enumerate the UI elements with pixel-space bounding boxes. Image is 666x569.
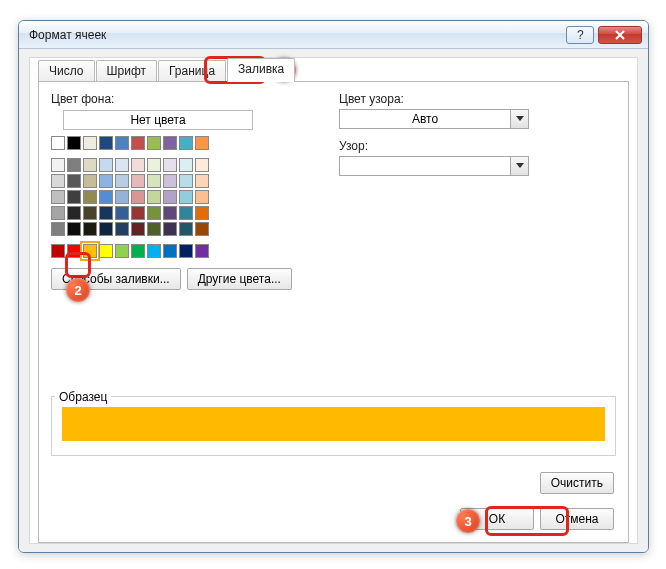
close-button[interactable] — [598, 26, 642, 44]
color-swatch[interactable] — [83, 174, 97, 188]
color-swatch[interactable] — [83, 244, 97, 258]
color-swatch[interactable] — [163, 158, 177, 172]
color-swatch[interactable] — [195, 158, 209, 172]
pattern-combo[interactable] — [339, 156, 529, 176]
pattern-color-combo[interactable]: Авто — [339, 109, 529, 129]
color-swatch[interactable] — [179, 206, 193, 220]
chevron-down-icon — [510, 157, 528, 175]
color-swatch[interactable] — [147, 136, 161, 150]
color-swatch[interactable] — [195, 136, 209, 150]
color-swatch[interactable] — [99, 222, 113, 236]
bg-color-label: Цвет фона: — [51, 92, 292, 106]
pattern-color-label: Цвет узора: — [339, 92, 609, 106]
color-swatch[interactable] — [131, 190, 145, 204]
color-swatch[interactable] — [99, 244, 113, 258]
no-color-button[interactable]: Нет цвета — [63, 110, 253, 130]
color-swatch[interactable] — [115, 244, 129, 258]
color-swatch[interactable] — [51, 244, 65, 258]
pattern-color-value: Авто — [340, 112, 510, 126]
color-swatch[interactable] — [195, 190, 209, 204]
titlebar: Формат ячеек ? — [19, 21, 648, 49]
color-swatch[interactable] — [115, 136, 129, 150]
cancel-button[interactable]: Отмена — [540, 508, 614, 530]
color-swatch[interactable] — [179, 158, 193, 172]
color-swatch[interactable] — [99, 190, 113, 204]
ok-button[interactable]: ОК — [460, 508, 534, 530]
color-swatch[interactable] — [147, 222, 161, 236]
color-swatch[interactable] — [83, 158, 97, 172]
color-swatch[interactable] — [195, 206, 209, 220]
color-swatch[interactable] — [115, 158, 129, 172]
color-swatch[interactable] — [147, 206, 161, 220]
color-swatch[interactable] — [147, 158, 161, 172]
tab-fill[interactable]: Заливка — [227, 58, 295, 82]
color-swatch[interactable] — [147, 244, 161, 258]
color-swatch[interactable] — [163, 222, 177, 236]
color-swatch[interactable] — [67, 174, 81, 188]
color-swatch[interactable] — [51, 174, 65, 188]
color-swatch[interactable] — [163, 190, 177, 204]
fill-effects-button[interactable]: Способы заливки... — [51, 268, 181, 290]
chevron-down-icon — [510, 110, 528, 128]
color-swatch[interactable] — [67, 190, 81, 204]
color-swatch[interactable] — [115, 190, 129, 204]
color-swatch[interactable] — [83, 136, 97, 150]
color-swatch[interactable] — [179, 244, 193, 258]
color-swatch[interactable] — [67, 244, 81, 258]
color-swatch[interactable] — [179, 174, 193, 188]
tab-font[interactable]: Шрифт — [96, 60, 157, 82]
color-swatch[interactable] — [67, 158, 81, 172]
tab-pane-fill: Цвет фона: Нет цвета — [38, 81, 629, 543]
color-swatch[interactable] — [51, 136, 65, 150]
color-swatch[interactable] — [131, 222, 145, 236]
color-swatch[interactable] — [99, 174, 113, 188]
color-swatch[interactable] — [147, 174, 161, 188]
color-swatch[interactable] — [179, 190, 193, 204]
color-row — [51, 158, 292, 172]
color-swatch[interactable] — [195, 222, 209, 236]
color-swatch[interactable] — [83, 206, 97, 220]
color-swatch[interactable] — [51, 190, 65, 204]
color-swatch[interactable] — [99, 206, 113, 220]
color-swatch[interactable] — [99, 158, 113, 172]
color-swatch[interactable] — [131, 136, 145, 150]
dialog-format-cells: Формат ячеек ? Число Шрифт Граница Залив… — [18, 20, 649, 553]
color-swatch[interactable] — [131, 174, 145, 188]
color-swatch[interactable] — [51, 158, 65, 172]
color-swatch[interactable] — [67, 136, 81, 150]
sample-frame — [51, 396, 616, 456]
color-swatch[interactable] — [163, 174, 177, 188]
color-swatch[interactable] — [115, 174, 129, 188]
color-row — [51, 222, 292, 236]
color-swatch[interactable] — [115, 206, 129, 220]
color-swatch[interactable] — [179, 222, 193, 236]
color-swatch[interactable] — [51, 206, 65, 220]
color-swatch[interactable] — [195, 174, 209, 188]
color-swatch[interactable] — [131, 158, 145, 172]
pattern-label: Узор: — [339, 139, 609, 153]
color-swatch[interactable] — [51, 222, 65, 236]
color-swatch[interactable] — [147, 190, 161, 204]
color-swatch[interactable] — [67, 222, 81, 236]
color-swatch[interactable] — [131, 244, 145, 258]
color-swatch[interactable] — [131, 206, 145, 220]
tab-number[interactable]: Число — [38, 60, 95, 82]
clear-button[interactable]: Очистить — [540, 472, 614, 494]
bg-color-label-text: Цвет фона: — [51, 92, 114, 106]
color-swatch[interactable] — [115, 222, 129, 236]
color-swatch[interactable] — [163, 136, 177, 150]
more-colors-button[interactable]: Другие цвета... — [187, 268, 292, 290]
color-row — [51, 190, 292, 204]
tab-border[interactable]: Граница — [158, 60, 226, 82]
help-button[interactable]: ? — [566, 26, 594, 44]
color-swatch[interactable] — [163, 206, 177, 220]
dialog-buttons: ОК Отмена — [460, 508, 614, 530]
color-swatch[interactable] — [67, 206, 81, 220]
window-title: Формат ячеек — [29, 28, 562, 42]
color-swatch[interactable] — [83, 190, 97, 204]
color-swatch[interactable] — [195, 244, 209, 258]
color-swatch[interactable] — [179, 136, 193, 150]
color-swatch[interactable] — [83, 222, 97, 236]
color-swatch[interactable] — [99, 136, 113, 150]
color-swatch[interactable] — [163, 244, 177, 258]
